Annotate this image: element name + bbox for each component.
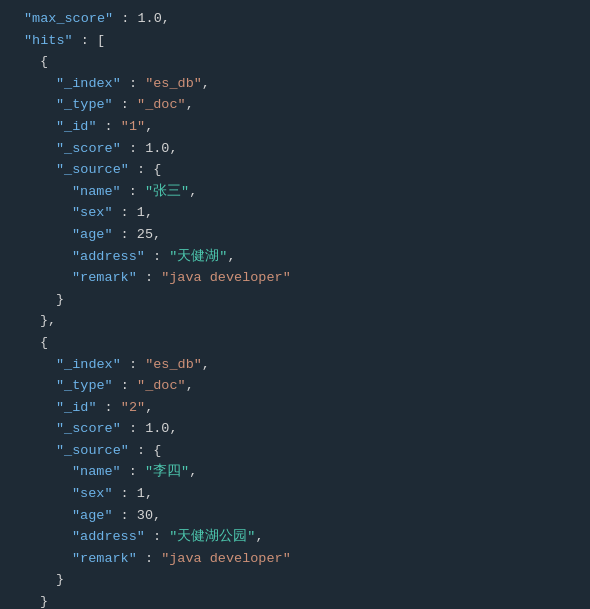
code-line: { xyxy=(0,51,590,73)
code-token: "name" xyxy=(72,181,121,203)
code-token: , xyxy=(186,375,194,397)
code-token: "es_db" xyxy=(145,354,202,376)
code-line: "hits" : [ xyxy=(0,30,590,52)
code-line: } xyxy=(0,289,590,311)
code-token: , xyxy=(169,138,177,160)
code-token: "hits" xyxy=(24,30,73,52)
code-token: "remark" xyxy=(72,548,137,570)
code-token: "_id" xyxy=(56,116,97,138)
code-token: : xyxy=(145,526,169,548)
code-token: , xyxy=(189,181,197,203)
code-line: }, xyxy=(0,310,590,332)
code-token: , xyxy=(186,94,194,116)
code-line: "remark" : "java developer" xyxy=(0,548,590,570)
code-token: "address" xyxy=(72,526,145,548)
code-token: "_index" xyxy=(56,354,121,376)
code-token: , xyxy=(145,397,153,419)
code-token: : xyxy=(121,181,145,203)
code-token: 30 xyxy=(137,505,153,527)
code-token: "_type" xyxy=(56,94,113,116)
code-token: : xyxy=(113,202,137,224)
code-line: "sex" : 1, xyxy=(0,483,590,505)
code-line: "age" : 30, xyxy=(0,505,590,527)
code-token: "java developer" xyxy=(161,267,291,289)
code-token: "address" xyxy=(72,246,145,268)
code-token: : xyxy=(137,548,161,570)
code-token: "java developer" xyxy=(161,548,291,570)
code-token: "sex" xyxy=(72,202,113,224)
code-line: "_id" : "1", xyxy=(0,116,590,138)
code-line: { xyxy=(0,332,590,354)
code-token: , xyxy=(227,246,235,268)
code-token: : xyxy=(121,461,145,483)
code-token: "_index" xyxy=(56,73,121,95)
code-token: : { xyxy=(129,159,161,181)
code-token: 1 xyxy=(137,202,145,224)
code-line: "_type" : "_doc", xyxy=(0,375,590,397)
code-token: { xyxy=(40,51,48,73)
code-token: "_doc" xyxy=(137,94,186,116)
code-line: "_type" : "_doc", xyxy=(0,94,590,116)
code-token: : xyxy=(145,246,169,268)
code-line: } xyxy=(0,569,590,591)
code-token: "_type" xyxy=(56,375,113,397)
code-line: "max_score" : 1.0, xyxy=(0,8,590,30)
code-block: "max_score" : 1.0,"hits" : [{"_index" : … xyxy=(0,0,590,609)
code-line: "_id" : "2", xyxy=(0,397,590,419)
code-token: : xyxy=(113,505,137,527)
code-token: } xyxy=(56,289,64,311)
code-line: "_source" : { xyxy=(0,159,590,181)
code-line: "sex" : 1, xyxy=(0,202,590,224)
code-token: : xyxy=(113,375,137,397)
code-token: "天健湖" xyxy=(169,246,227,268)
code-token: "_score" xyxy=(56,418,121,440)
code-token: "天健湖公园" xyxy=(169,526,255,548)
code-token: "张三" xyxy=(145,181,189,203)
code-token: "name" xyxy=(72,461,121,483)
code-token: , xyxy=(162,8,170,30)
code-token: 25 xyxy=(137,224,153,246)
code-token: , xyxy=(153,224,161,246)
code-token: , xyxy=(145,116,153,138)
code-token: "sex" xyxy=(72,483,113,505)
code-token: , xyxy=(169,418,177,440)
code-token: "_score" xyxy=(56,138,121,160)
code-token: , xyxy=(145,202,153,224)
code-line: "age" : 25, xyxy=(0,224,590,246)
code-token: }, xyxy=(40,310,56,332)
code-line: "name" : "李四", xyxy=(0,461,590,483)
code-token: : xyxy=(97,397,121,419)
code-token: , xyxy=(145,483,153,505)
code-line: "address" : "天健湖公园", xyxy=(0,526,590,548)
code-token: "age" xyxy=(72,505,113,527)
code-token: , xyxy=(189,461,197,483)
code-token: "age" xyxy=(72,224,113,246)
code-token: , xyxy=(255,526,263,548)
code-token: : xyxy=(121,73,145,95)
code-token: , xyxy=(202,354,210,376)
code-token: : { xyxy=(129,440,161,462)
code-token: "remark" xyxy=(72,267,137,289)
code-token: : [ xyxy=(73,30,105,52)
code-line: "_score" : 1.0, xyxy=(0,138,590,160)
code-line: "remark" : "java developer" xyxy=(0,267,590,289)
code-line: } xyxy=(0,591,590,609)
code-line: "address" : "天健湖", xyxy=(0,246,590,268)
code-token: , xyxy=(202,73,210,95)
code-token: { xyxy=(40,332,48,354)
code-token: "_source" xyxy=(56,159,129,181)
code-token: : xyxy=(97,116,121,138)
code-token: : xyxy=(113,224,137,246)
code-token: : xyxy=(113,8,137,30)
code-token: "1" xyxy=(121,116,145,138)
code-token: : xyxy=(121,354,145,376)
code-token: } xyxy=(56,569,64,591)
code-token: "2" xyxy=(121,397,145,419)
code-token: "_doc" xyxy=(137,375,186,397)
code-line: "name" : "张三", xyxy=(0,181,590,203)
code-token: : xyxy=(137,267,161,289)
code-token: , xyxy=(153,505,161,527)
code-token: "李四" xyxy=(145,461,189,483)
code-token: 1.0 xyxy=(145,418,169,440)
code-token: : xyxy=(113,94,137,116)
